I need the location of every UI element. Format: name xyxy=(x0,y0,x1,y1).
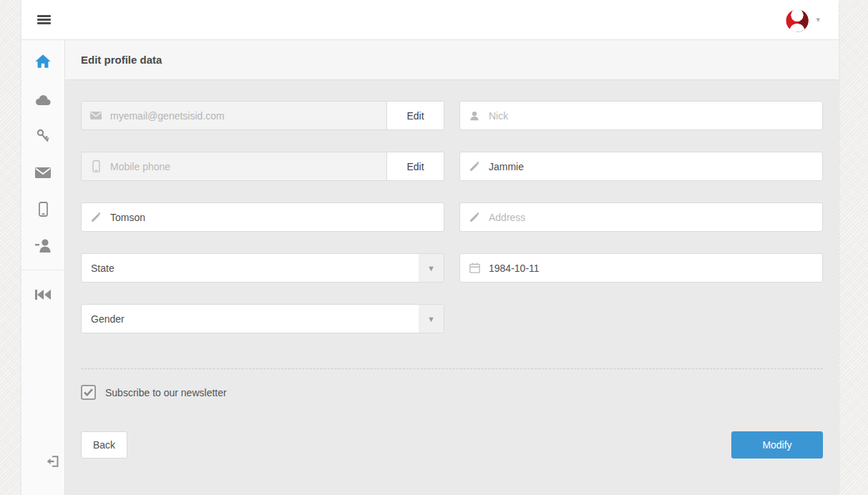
key-icon xyxy=(36,129,50,144)
caret-down-icon: ▼ xyxy=(419,254,444,282)
avatar-logo-icon xyxy=(784,6,811,34)
sidebar-item-account[interactable] xyxy=(21,227,64,264)
app-window: ▾ xyxy=(21,0,839,495)
fast-backward-icon xyxy=(35,289,51,300)
email-input[interactable] xyxy=(110,102,386,129)
newsletter-checkbox[interactable] xyxy=(81,385,96,400)
menu-icon[interactable] xyxy=(37,15,51,24)
sidebar-item-home[interactable] xyxy=(21,40,64,82)
nick-field xyxy=(459,101,823,130)
email-field-group: Edit xyxy=(81,101,444,130)
topbar: ▾ xyxy=(21,0,839,40)
birthdate-input[interactable] xyxy=(489,254,822,282)
form-divider xyxy=(81,368,823,369)
sidebar-divider xyxy=(21,270,64,270)
address-input[interactable] xyxy=(489,203,822,231)
sidebar-item-logout[interactable] xyxy=(21,445,64,478)
newsletter-label: Subscribe to our newsletter xyxy=(105,387,227,398)
last-name-input[interactable] xyxy=(110,203,444,231)
caret-down-icon: ▼ xyxy=(419,305,444,333)
address-field xyxy=(459,202,823,232)
calendar-icon xyxy=(460,254,489,282)
nick-input[interactable] xyxy=(489,102,822,129)
back-button[interactable]: Back xyxy=(81,431,127,459)
sidebar-item-rewind[interactable] xyxy=(21,276,64,313)
modify-button[interactable]: Modify xyxy=(731,431,823,459)
mobile-icon xyxy=(39,202,48,217)
check-icon xyxy=(84,388,93,396)
cloud-icon xyxy=(34,94,52,106)
user-icon xyxy=(460,102,489,129)
pencil-icon xyxy=(460,152,489,180)
gender-select-value: Gender xyxy=(82,305,419,333)
edit-email-button[interactable]: Edit xyxy=(386,102,444,129)
account-menu[interactable]: ▾ xyxy=(784,6,820,34)
content-header: Edit profile data xyxy=(65,40,839,80)
chevron-down-icon: ▾ xyxy=(816,16,820,24)
sidebar-item-keys[interactable] xyxy=(21,118,64,155)
user-minus-icon xyxy=(35,239,52,253)
envelope-icon xyxy=(35,167,51,178)
pencil-icon xyxy=(460,203,489,231)
sidebar-item-cloud[interactable] xyxy=(21,82,64,118)
first-name-field xyxy=(459,152,823,181)
envelope-icon xyxy=(82,102,110,129)
sign-out-icon xyxy=(47,456,59,467)
state-select-value: State xyxy=(82,254,419,282)
form-actions: Back Modify xyxy=(81,431,823,459)
edit-mobile-button[interactable]: Edit xyxy=(386,152,444,180)
gender-select[interactable]: Gender ▼ xyxy=(81,304,444,333)
newsletter-row: Subscribe to our newsletter xyxy=(81,385,823,400)
pencil-icon xyxy=(82,203,110,231)
edit-profile-form: Edit xyxy=(65,80,839,459)
last-name-field xyxy=(81,202,444,232)
content: Edit profile data Edit xyxy=(65,40,839,495)
mobile-icon xyxy=(82,152,110,180)
first-name-input[interactable] xyxy=(489,152,822,180)
sidebar-item-messages[interactable] xyxy=(21,155,64,191)
birthdate-field xyxy=(459,253,823,283)
state-select[interactable]: State ▼ xyxy=(81,253,444,283)
sidebar xyxy=(21,40,65,495)
sidebar-item-mobile[interactable] xyxy=(21,191,64,227)
page-title: Edit profile data xyxy=(81,54,162,66)
home-icon xyxy=(35,54,51,69)
mobile-input[interactable] xyxy=(110,152,386,180)
mobile-field-group: Edit xyxy=(81,152,444,181)
